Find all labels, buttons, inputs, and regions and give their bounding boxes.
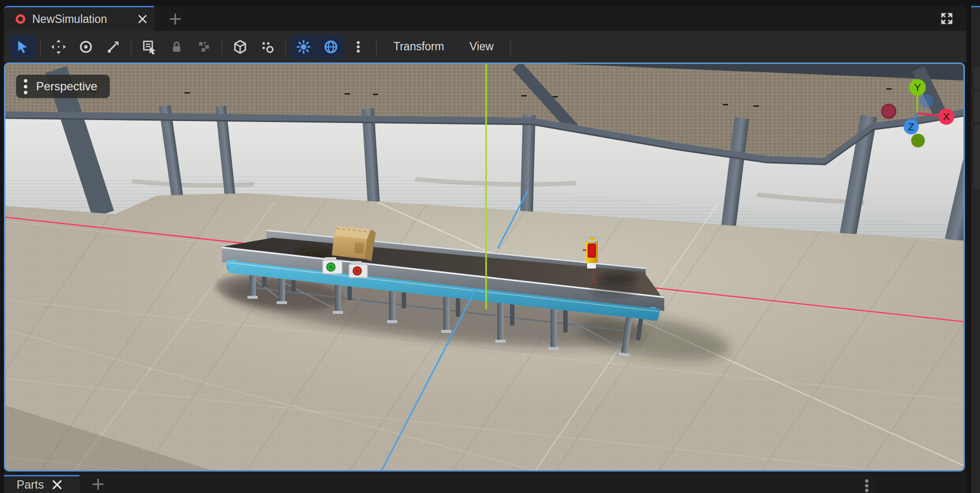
lock-icon [169, 40, 184, 54]
panel-options-button[interactable] [859, 478, 874, 493]
gizmo-z-ball[interactable]: Z [904, 120, 919, 135]
globe-icon [323, 39, 339, 55]
toolbar-divider [285, 39, 286, 55]
list-select-icon [142, 39, 157, 55]
expand-arrows-icon [940, 12, 954, 25]
editor-window: NewSimulation [4, 6, 966, 493]
gizmo-neg-z-ball[interactable] [919, 94, 933, 108]
toolbar-divider [376, 39, 377, 55]
snap-tool-button[interactable] [254, 35, 281, 59]
tab-title: NewSimulation [32, 13, 131, 26]
gizmo-neg-x-ball[interactable] [882, 104, 896, 118]
viewport-3d-scene[interactable]: Y X Z [5, 64, 965, 472]
toolbar-divider [510, 39, 511, 55]
plus-icon [92, 478, 104, 491]
kebab-menu-icon [860, 478, 873, 493]
rotate-tool-button[interactable] [72, 35, 100, 59]
tab-parts[interactable]: Parts [4, 475, 80, 493]
lock-tool-button[interactable] [163, 35, 190, 59]
cube-mode-button[interactable] [226, 35, 254, 59]
toolbar-divider [222, 39, 223, 55]
rotate-icon [78, 39, 94, 55]
scale-tool-button[interactable] [100, 35, 127, 59]
projection-menu[interactable]: Perspective [16, 75, 110, 98]
close-icon[interactable] [52, 479, 62, 490]
menu-transform[interactable]: Transform [381, 40, 457, 53]
new-tab-button[interactable] [165, 11, 185, 27]
group-icon [197, 40, 211, 54]
move-icon [51, 39, 66, 55]
fullscreen-button[interactable] [937, 10, 957, 27]
svg-text:X: X [943, 111, 950, 122]
svg-text:Y: Y [914, 82, 921, 93]
snap-icon [260, 39, 275, 55]
kebab-menu-icon [351, 40, 366, 54]
scene-icon [16, 14, 25, 24]
docked-panel-edge[interactable] [974, 91, 980, 122]
new-parts-tab-button[interactable] [88, 476, 108, 493]
toolbar-divider [131, 39, 132, 55]
docked-panel-edge[interactable] [974, 67, 980, 90]
projection-label: Perspective [36, 80, 97, 93]
viewport-3d[interactable]: Y X Z Perspective [4, 62, 965, 472]
gizmo-x-ball[interactable]: X [939, 109, 955, 125]
select-cursor-icon [15, 40, 30, 54]
menu-view[interactable]: View [457, 40, 506, 53]
cube-icon [232, 39, 248, 55]
scale-icon [105, 39, 121, 55]
main-toolbar: Transform View [4, 31, 966, 62]
plus-icon [169, 13, 182, 25]
svg-text:Z: Z [908, 121, 915, 132]
scene-tab-bar: NewSimulation [4, 6, 966, 31]
docked-panel-edge[interactable] [974, 124, 980, 189]
kebab-menu-icon [24, 79, 27, 94]
gizmo-neg-y-ball[interactable] [911, 134, 925, 147]
select-tool-button[interactable] [9, 35, 36, 59]
tab-new-simulation[interactable]: NewSimulation [4, 6, 154, 31]
sun-preview-button[interactable] [290, 35, 317, 59]
group-tool-button[interactable] [190, 35, 218, 59]
toolbar-divider [40, 39, 41, 55]
bottom-panel: Parts [4, 475, 877, 493]
right-dock-panel[interactable] [971, 6, 980, 493]
gizmo-y-ball[interactable]: Y [909, 79, 926, 96]
close-icon[interactable] [138, 14, 147, 24]
move-tool-button[interactable] [45, 35, 72, 59]
environment-preview-button[interactable] [317, 35, 345, 59]
list-select-tool-button[interactable] [136, 35, 163, 59]
parts-tab-label: Parts [17, 478, 44, 492]
more-options-button[interactable] [345, 35, 372, 59]
cardboard-box[interactable] [332, 226, 376, 261]
device-shadow-on-belt [598, 272, 637, 285]
sun-icon [296, 39, 311, 55]
